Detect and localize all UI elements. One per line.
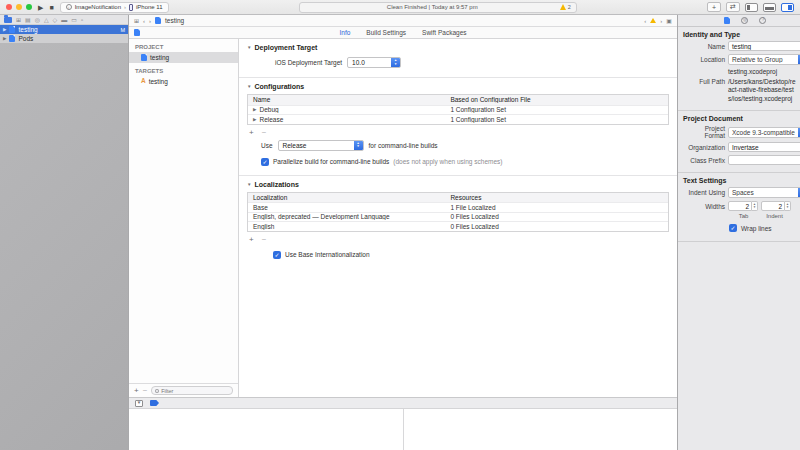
close-window-button[interactable] bbox=[6, 4, 12, 10]
disclosure-triangle-icon[interactable]: ▼ bbox=[247, 84, 251, 89]
add-localization-button[interactable]: + bbox=[249, 236, 254, 244]
file-inspector-icon[interactable] bbox=[724, 17, 730, 24]
find-navigator-icon[interactable]: ◎ bbox=[35, 17, 40, 23]
ios-deployment-target-popup[interactable]: 10.0 ▲▼ bbox=[347, 57, 401, 68]
toggle-inspector-button[interactable] bbox=[781, 3, 794, 12]
warning-badge[interactable]: 2 bbox=[560, 4, 571, 10]
symbol-navigator-icon[interactable]: ▤ bbox=[25, 17, 31, 23]
nav-item-pods[interactable]: ▶ Pods bbox=[0, 34, 128, 43]
disclosure-triangle-icon[interactable]: ▶ bbox=[3, 36, 6, 41]
tab-info[interactable]: Info bbox=[339, 29, 350, 36]
indent-using-label: Indent Using bbox=[683, 189, 725, 196]
localization-resources: 0 Files Localized bbox=[445, 223, 668, 230]
indent-using-popup[interactable]: Spaces ▲▼ bbox=[728, 187, 800, 198]
editor-options-icon[interactable]: ▣ bbox=[666, 18, 672, 24]
filter-input[interactable] bbox=[161, 388, 229, 394]
code-review-button[interactable]: ⇄ bbox=[726, 2, 740, 12]
project-row-testing[interactable]: testing bbox=[129, 52, 238, 63]
toggle-navigator-button[interactable] bbox=[745, 3, 758, 12]
command-line-config-popup[interactable]: Release ▲▼ bbox=[278, 140, 364, 151]
table-row[interactable]: Base 1 File Localized bbox=[248, 202, 668, 212]
table-row[interactable]: ▶ Debug 1 Configuration Set bbox=[248, 105, 668, 115]
project-format-popup[interactable]: Xcode 9.3-compatible ▲▼ bbox=[728, 127, 800, 138]
issue-forward-button[interactable]: › bbox=[660, 18, 662, 24]
tab-width-stepper[interactable]: 2 ▲▼ bbox=[728, 201, 758, 211]
table-row[interactable]: ▶ Release 1 Configuration Set bbox=[248, 114, 668, 124]
full-path-label: Full Path bbox=[683, 78, 725, 85]
stop-button[interactable]: ■ bbox=[49, 4, 53, 11]
organization-field[interactable]: Invertase bbox=[728, 142, 800, 152]
run-button[interactable]: ▶ bbox=[38, 4, 43, 11]
quick-help-icon[interactable]: ? bbox=[759, 17, 766, 24]
debug-navigator-icon[interactable]: ▬ bbox=[61, 17, 67, 23]
wrap-lines-label: Wrap lines bbox=[741, 225, 772, 232]
stepper-arrows-icon[interactable]: ▲▼ bbox=[785, 201, 791, 211]
zoom-window-button[interactable] bbox=[26, 4, 32, 10]
issue-warning-icon[interactable] bbox=[650, 18, 656, 23]
editor-area: ⊞ ‹ › testing ‹ › ▣ Info Build Settings … bbox=[128, 15, 678, 450]
wrap-lines-checkbox[interactable]: ✓ bbox=[729, 224, 737, 232]
disclosure-triangle-icon[interactable]: ▶ bbox=[253, 117, 256, 122]
tab-build-settings[interactable]: Build Settings bbox=[366, 29, 406, 36]
breakpoint-navigator-icon[interactable]: ▭ bbox=[71, 17, 77, 23]
editor-tab-bar: Info Build Settings Swift Packages bbox=[129, 27, 677, 39]
related-items-icon[interactable]: ⊞ bbox=[134, 18, 139, 24]
section-title: Localizations bbox=[254, 181, 298, 188]
indent-using-value: Spaces bbox=[729, 189, 757, 196]
source-control-navigator-icon[interactable]: ⊞ bbox=[16, 17, 21, 23]
minimize-window-button[interactable] bbox=[16, 4, 22, 10]
jump-bar-file-name[interactable]: testing bbox=[165, 17, 184, 24]
popup-arrows-icon: ▲▼ bbox=[354, 141, 363, 150]
indent-width-stepper[interactable]: 2 ▲▼ bbox=[761, 201, 791, 211]
indent-width-value: 2 bbox=[761, 201, 785, 211]
disclosure-triangle-icon[interactable]: ▶ bbox=[3, 27, 6, 32]
location-row: Location Relative to Group ▲▼ bbox=[683, 54, 800, 65]
nav-item-testing[interactable]: ▶ testing M bbox=[0, 25, 128, 34]
history-inspector-icon[interactable]: ◎ bbox=[741, 17, 748, 24]
forward-button[interactable]: › bbox=[149, 18, 151, 24]
filter-field[interactable] bbox=[151, 386, 233, 395]
remove-target-button[interactable]: − bbox=[143, 387, 148, 395]
identity-and-type-section: Identity and Type Name testing Location … bbox=[678, 27, 800, 111]
stepper-arrows-icon[interactable]: ▲▼ bbox=[752, 201, 758, 211]
breakpoints-toggle-icon[interactable] bbox=[150, 400, 159, 406]
toggle-debug-area-button[interactable] bbox=[763, 3, 776, 12]
section-header[interactable]: ▼ Localizations bbox=[239, 176, 677, 192]
location-popup[interactable]: Relative to Group ▲▼ bbox=[728, 54, 800, 65]
jump-bar: ⊞ ‹ › testing ‹ › ▣ bbox=[129, 15, 677, 27]
add-target-button[interactable]: + bbox=[134, 387, 139, 395]
scheme-selector[interactable]: i ImageNotification › iPhone 11 bbox=[60, 2, 169, 13]
remove-localization-button[interactable]: − bbox=[262, 236, 267, 244]
section-header[interactable]: ▼ Configurations bbox=[239, 78, 677, 94]
parallelize-checkbox[interactable]: ✓ bbox=[261, 158, 269, 166]
section-header[interactable]: ▼ Deployment Target bbox=[239, 39, 677, 55]
scheme-name: ImageNotification bbox=[75, 4, 121, 10]
class-prefix-field[interactable] bbox=[728, 155, 800, 165]
name-field[interactable]: testing bbox=[728, 41, 800, 51]
table-row[interactable]: English, deprecated — Development Langua… bbox=[248, 212, 668, 222]
console-view[interactable] bbox=[404, 409, 678, 450]
project-navigator-tree: ▶ testing M ▶ Pods bbox=[0, 25, 128, 43]
localization-resources: 0 Files Localized bbox=[445, 213, 668, 220]
add-configuration-button[interactable]: + bbox=[249, 129, 254, 137]
hide-debug-area-icon[interactable]: ▼ bbox=[135, 400, 143, 407]
full-path-row: Full Path /Users/kans/Desktop/react-nati… bbox=[683, 78, 800, 103]
base-internationalization-checkbox[interactable]: ✓ bbox=[273, 251, 281, 259]
library-button[interactable]: + bbox=[707, 2, 721, 12]
issue-back-button[interactable]: ‹ bbox=[644, 18, 646, 24]
tab-swift-packages[interactable]: Swift Packages bbox=[422, 29, 466, 36]
disclosure-triangle-icon[interactable]: ▶ bbox=[253, 107, 256, 112]
report-navigator-icon[interactable]: ▫ bbox=[81, 17, 83, 23]
disclosure-triangle-icon[interactable]: ▼ bbox=[247, 182, 251, 187]
chevron-right-icon: › bbox=[124, 4, 126, 10]
table-row[interactable]: English 0 Files Localized bbox=[248, 221, 668, 231]
editor-content: PROJECT testing TARGETS A testing + − bbox=[129, 39, 677, 397]
disclosure-triangle-icon[interactable]: ▼ bbox=[247, 45, 251, 50]
back-button[interactable]: ‹ bbox=[143, 18, 145, 24]
issue-navigator-icon[interactable]: △ bbox=[44, 17, 49, 23]
target-row-testing[interactable]: A testing bbox=[129, 76, 238, 87]
remove-configuration-button[interactable]: − bbox=[262, 129, 267, 137]
test-navigator-icon[interactable]: ◇ bbox=[53, 17, 58, 23]
name-label: Name bbox=[683, 43, 725, 50]
project-navigator-icon[interactable] bbox=[4, 17, 12, 23]
